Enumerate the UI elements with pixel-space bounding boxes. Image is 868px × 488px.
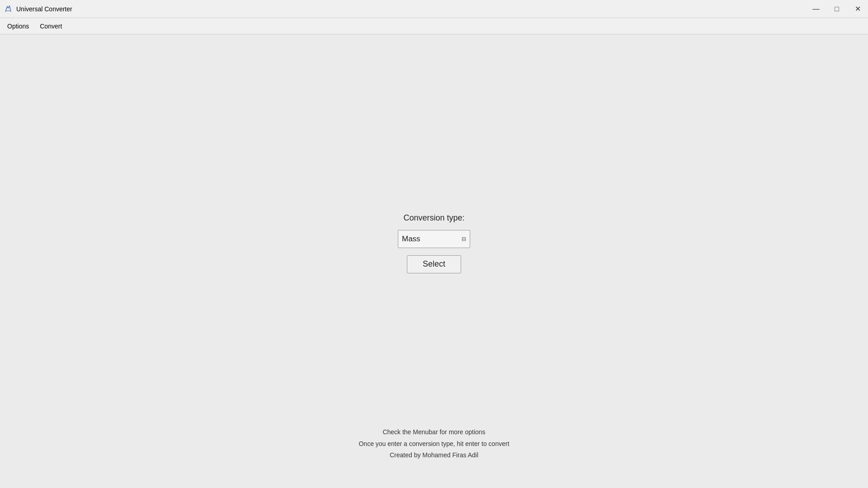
title-bar-left: Universal Converter xyxy=(4,5,72,14)
maximize-button[interactable]: □ xyxy=(826,0,847,18)
window-title: Universal Converter xyxy=(16,5,72,13)
app-icon xyxy=(4,5,13,14)
main-content: Conversion type: Mass ⊟ Select Check the… xyxy=(0,34,868,488)
chevron-down-icon: ⊟ xyxy=(462,236,466,242)
conversion-type-label: Conversion type: xyxy=(403,213,464,223)
footer-line-1: Check the Menubar for more options xyxy=(359,427,509,438)
window-controls: — □ ✕ xyxy=(806,0,868,18)
close-button[interactable]: ✕ xyxy=(847,0,868,18)
footer-line-3: Created by Mohamed Firas Adil xyxy=(359,450,509,461)
menu-item-options[interactable]: Options xyxy=(2,21,34,32)
select-button[interactable]: Select xyxy=(407,255,461,273)
footer-text: Check the Menubar for more options Once … xyxy=(359,427,509,461)
menu-item-convert[interactable]: Convert xyxy=(34,21,67,32)
minimize-button[interactable]: — xyxy=(806,0,826,18)
center-panel: Conversion type: Mass ⊟ Select xyxy=(398,213,470,273)
conversion-type-dropdown[interactable]: Mass ⊟ xyxy=(398,230,470,248)
dropdown-selected-value: Mass xyxy=(402,235,420,244)
menu-bar: Options Convert xyxy=(0,18,868,34)
title-bar: Universal Converter — □ ✕ xyxy=(0,0,868,18)
footer-line-2: Once you enter a conversion type, hit en… xyxy=(359,438,509,450)
